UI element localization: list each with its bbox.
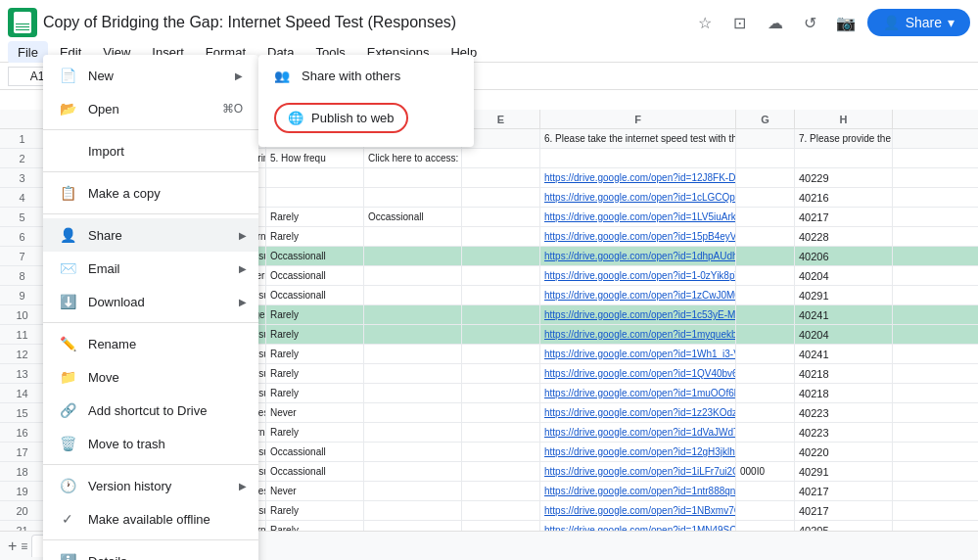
cell[interactable]: https://drive.google.com/open?id=1-0zYik… — [540, 266, 736, 285]
publish-to-web-item[interactable]: 🌐 Publish to web — [258, 93, 474, 143]
cell[interactable] — [364, 188, 462, 207]
cell[interactable]: https://drive.google.com/open?id=1Wh1_i3… — [540, 345, 736, 363]
cell[interactable] — [462, 129, 540, 148]
dropdown-item-available-offline[interactable]: ✓ Make available offline — [43, 502, 258, 536]
cell[interactable]: https://drive.google.com/open?id=1cLGCQp… — [540, 188, 736, 207]
dropdown-item-open[interactable]: 📂 Open ⌘O — [43, 92, 258, 125]
cell[interactable] — [736, 482, 795, 500]
cell[interactable] — [462, 305, 540, 324]
dropdown-item-details[interactable]: ℹ️ Details — [43, 544, 258, 560]
cell[interactable]: https://drive.google.com/open?id=12gH3jk… — [540, 443, 736, 461]
cell[interactable] — [462, 168, 540, 187]
cell[interactable] — [736, 521, 795, 531]
cell[interactable]: 000I0 — [736, 462, 795, 481]
cell[interactable]: 40218 — [795, 364, 893, 383]
cell[interactable]: https://drive.google.com/open?id=1dhpAUd… — [540, 247, 736, 265]
move-icon[interactable]: ⊡ — [726, 9, 754, 36]
cell[interactable]: https://drive.google.com/open?id=1QV40bv… — [540, 364, 736, 383]
cell[interactable] — [736, 188, 795, 207]
cell[interactable]: Rarely — [266, 325, 364, 344]
cell[interactable] — [736, 208, 795, 226]
add-sheet-button[interactable]: + — [8, 537, 17, 555]
share-button[interactable]: 👤 Share ▾ — [867, 9, 970, 36]
cell[interactable]: https://drive.google.com/open?id=12J8FK-… — [540, 168, 736, 187]
cell[interactable] — [364, 364, 462, 383]
cell[interactable]: https://drive.google.com/open?id=15pB4ey… — [540, 227, 736, 246]
cell[interactable]: Occassionall — [266, 443, 364, 461]
cell[interactable] — [736, 149, 795, 167]
cell[interactable]: 40228 — [795, 227, 893, 246]
cell[interactable]: 6. Please take the internet speed test w… — [540, 129, 736, 148]
cell[interactable] — [736, 325, 795, 344]
cell[interactable]: 40217 — [795, 482, 893, 500]
cell[interactable]: Never — [266, 482, 364, 500]
cell[interactable] — [736, 286, 795, 304]
cell[interactable]: Rarely — [266, 423, 364, 442]
cell[interactable]: https://drive.google.com/open?id=1dVaJWd… — [540, 423, 736, 442]
cell[interactable]: https://drive.google.com/open?id=1myquek… — [540, 325, 736, 344]
cell[interactable]: https://drive.google.com/open?id=1muOOf6… — [540, 384, 736, 402]
history-icon[interactable]: ↺ — [797, 9, 824, 36]
cell[interactable]: https://drive.google.com/open?id=1zCwJ0M… — [540, 286, 736, 304]
cell[interactable] — [462, 345, 540, 363]
cell[interactable]: 40220 — [795, 443, 893, 461]
cell[interactable] — [462, 364, 540, 383]
cell[interactable] — [364, 521, 462, 531]
cell[interactable] — [462, 403, 540, 422]
menu-file[interactable]: File — [8, 41, 48, 64]
cell[interactable]: 40206 — [795, 247, 893, 265]
cell[interactable] — [364, 325, 462, 344]
cell[interactable] — [462, 266, 540, 285]
cell[interactable] — [462, 443, 540, 461]
cell[interactable] — [364, 247, 462, 265]
cell[interactable] — [364, 168, 462, 187]
cell[interactable] — [364, 403, 462, 422]
cell[interactable]: 40217 — [795, 208, 893, 226]
cell[interactable] — [736, 227, 795, 246]
cell[interactable]: https://drive.google.com/open?id=1ntr888… — [540, 482, 736, 500]
dropdown-item-rename[interactable]: ✏️ Rename — [43, 327, 258, 360]
cell[interactable]: 40291 — [795, 462, 893, 481]
cell[interactable]: 40217 — [795, 501, 893, 520]
cell[interactable] — [736, 345, 795, 363]
camera-icon[interactable]: 📷 — [832, 9, 860, 36]
cell[interactable] — [462, 384, 540, 402]
cell[interactable] — [462, 227, 540, 246]
cell[interactable]: 40229 — [795, 168, 893, 187]
cell[interactable] — [364, 286, 462, 304]
cell[interactable] — [364, 443, 462, 461]
cell[interactable] — [736, 384, 795, 402]
cell[interactable]: Never — [266, 403, 364, 422]
cell[interactable] — [364, 423, 462, 442]
cell[interactable] — [462, 482, 540, 500]
cell[interactable]: Rarely — [266, 521, 364, 531]
dropdown-item-download[interactable]: ⬇️ Download — [43, 285, 258, 318]
cell[interactable] — [736, 168, 795, 187]
cell[interactable] — [462, 462, 540, 481]
cell[interactable]: https://drive.google.com/open?id=1c53yE-… — [540, 305, 736, 324]
dropdown-item-version-history[interactable]: 🕐 Version history — [43, 469, 258, 502]
cell[interactable]: 40241 — [795, 345, 893, 363]
cell[interactable] — [795, 149, 893, 167]
cell[interactable]: 40218 — [795, 384, 893, 402]
cell[interactable]: https://drive.google.com/open?id=1MN49SQ… — [540, 521, 736, 531]
cell[interactable]: Occassionall — [364, 208, 462, 226]
cell[interactable]: https://drive.google.com/open?id=1iLFr7u… — [540, 462, 736, 481]
sheet-list-button[interactable]: ≡ — [21, 539, 27, 553]
cell[interactable]: 40204 — [795, 325, 893, 344]
cell[interactable]: https://drive.google.com/open?id=1NBxmv7… — [540, 501, 736, 520]
cell[interactable]: Occassionall — [266, 286, 364, 304]
cell[interactable] — [736, 403, 795, 422]
cell[interactable]: Rarely — [266, 345, 364, 363]
cell[interactable]: 40204 — [795, 266, 893, 285]
cell[interactable]: 40291 — [795, 286, 893, 304]
cell[interactable] — [736, 266, 795, 285]
dropdown-item-move[interactable]: 📁 Move — [43, 360, 258, 394]
cell[interactable] — [736, 423, 795, 442]
dropdown-item-share[interactable]: 👤 Share — [43, 218, 258, 252]
cell[interactable]: https://drive.google.com/open?id=1z23KOd… — [540, 403, 736, 422]
cell[interactable]: 5. How frequ — [266, 149, 364, 167]
cell[interactable] — [540, 149, 736, 167]
dropdown-item-move-trash[interactable]: 🗑️ Move to trash — [43, 427, 258, 460]
cell[interactable]: Rarely — [266, 501, 364, 520]
